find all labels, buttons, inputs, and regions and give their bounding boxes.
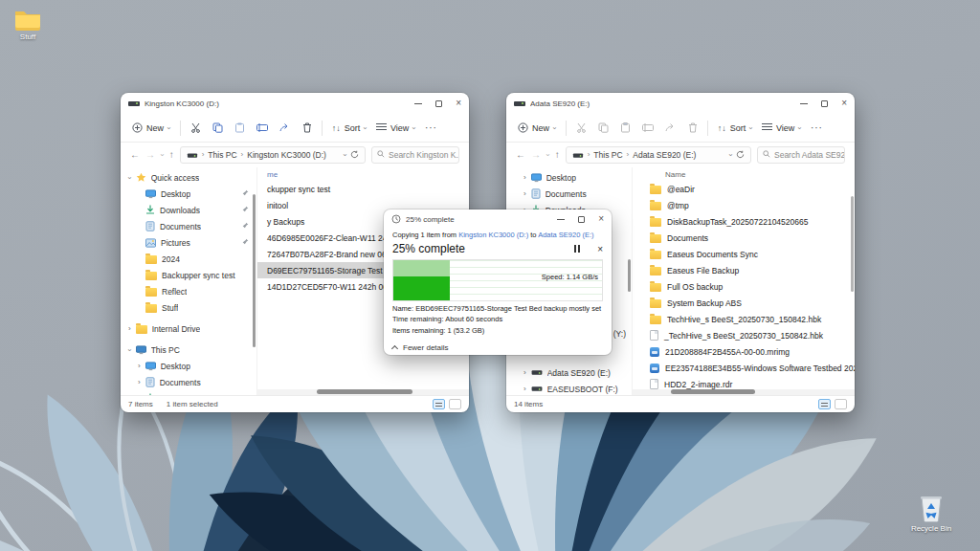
chevron-collapsed-icon[interactable]: › <box>138 379 141 386</box>
minimize-button[interactable] <box>557 219 565 220</box>
close-button[interactable]: × <box>456 99 461 107</box>
sidebar-item-documents[interactable]: Documents <box>121 218 256 234</box>
chevron-collapsed-icon[interactable]: › <box>523 386 526 393</box>
recent-locations-icon[interactable]: › <box>158 154 166 157</box>
forward-icon[interactable]: → <box>145 150 155 160</box>
chevron-collapsed-icon[interactable]: › <box>523 190 526 198</box>
file-row[interactable]: Documents <box>633 230 855 246</box>
source-drive-link[interactable]: Kingston KC3000 (D:) <box>458 231 528 239</box>
sidebar-scrollbar[interactable] <box>253 194 256 347</box>
sidebar-item-quick-access[interactable]: › Quick access <box>121 169 256 186</box>
sidebar-scrollbar[interactable] <box>628 259 631 292</box>
view-button[interactable]: View › <box>762 122 801 133</box>
details-view-toggle[interactable] <box>818 399 831 409</box>
cut-icon[interactable] <box>190 122 201 133</box>
cancel-button[interactable]: × <box>597 244 603 254</box>
large-icons-view-toggle[interactable] <box>835 399 847 409</box>
recent-locations-icon[interactable]: › <box>544 154 551 157</box>
file-row[interactable]: Easeus Documents Sync <box>633 246 855 262</box>
destination-drive-link[interactable]: Adata SE920 (E:) <box>538 231 593 239</box>
chevron-collapsed-icon[interactable]: › <box>128 325 131 333</box>
more-options-button[interactable]: ··· <box>425 122 437 133</box>
sort-button[interactable]: ↑↓ Sort › <box>332 123 367 133</box>
dialog-titlebar[interactable]: 25% complete × <box>384 209 612 229</box>
breadcrumb-drive[interactable]: Adata SE920 (E:) <box>633 150 696 160</box>
sidebar-item-adata-drive[interactable]: › Adata SE920 (E:) <box>506 364 632 381</box>
file-row[interactable]: System Backup ABS <box>633 295 855 311</box>
new-button[interactable]: New › <box>518 122 556 133</box>
more-options-button[interactable]: ··· <box>811 122 823 133</box>
sidebar-item-documents[interactable]: › Documents <box>121 374 256 390</box>
sidebar-item-desktop[interactable]: Desktop <box>121 186 256 202</box>
up-icon[interactable]: ↑ <box>555 150 560 160</box>
sidebar-item-downloads[interactable]: › Downloads <box>121 390 256 395</box>
horizontal-scrollbar-thumb[interactable] <box>317 389 412 394</box>
sidebar-item-folder[interactable]: Reflect <box>121 283 256 299</box>
sidebar-item-pictures[interactable]: Pictures <box>121 234 256 251</box>
file-row[interactable]: ckupper sync test <box>257 181 469 197</box>
file-row[interactable]: TechHive_s BeeSt_20250730_150842.hbk <box>633 311 855 327</box>
sidebar-item-folder[interactable]: Backupper sync test <box>121 267 256 283</box>
search-input[interactable]: Search Kingston K... <box>371 146 459 164</box>
refresh-icon[interactable] <box>736 150 745 161</box>
file-row[interactable]: DiskBackupTask_20250722104520665 <box>633 213 855 230</box>
address-dropdown-icon[interactable]: › <box>342 154 349 157</box>
sort-button[interactable]: ↑↓ Sort › <box>718 123 752 133</box>
desktop-icon-stuff[interactable]: Stuff <box>0 8 61 41</box>
forward-icon[interactable]: → <box>531 150 541 160</box>
new-button[interactable]: New › <box>132 122 170 133</box>
file-row[interactable]: Easeus File Backup <box>633 262 855 278</box>
breadcrumb[interactable]: › This PC › Adata SE920 (E:) › <box>566 146 751 164</box>
sidebar-item-desktop[interactable]: › Desktop <box>506 169 632 186</box>
sidebar-item-documents[interactable]: › Documents <box>506 186 632 202</box>
maximize-button[interactable] <box>435 100 442 107</box>
copy-icon[interactable] <box>212 122 223 133</box>
refresh-icon[interactable] <box>350 150 359 161</box>
rename-icon[interactable] <box>256 122 268 133</box>
breadcrumb-drive[interactable]: Kingston KC3000 (D:) <box>247 150 326 160</box>
file-row[interactable]: @eaDir <box>633 181 855 197</box>
search-input[interactable]: Search Adata SE92... <box>757 146 845 164</box>
sidebar-item-desktop[interactable]: › Desktop <box>121 358 256 374</box>
horizontal-scrollbar-thumb[interactable] <box>671 389 755 394</box>
sidebar-item-this-pc[interactable]: › This PC <box>121 342 256 358</box>
file-row[interactable]: Full OS backup <box>633 278 855 295</box>
titlebar[interactable]: Adata SE920 (E:) × <box>506 93 855 114</box>
close-button[interactable]: × <box>841 99 847 107</box>
address-dropdown-icon[interactable]: › <box>727 154 735 157</box>
paste-icon[interactable] <box>234 122 245 133</box>
file-row[interactable]: _TechHive_s BeeSt_20250730_150842.hbk <box>633 327 855 343</box>
desktop-icon-recycle-bin[interactable]: Recycle Bin <box>898 494 965 533</box>
minimize-button[interactable] <box>414 103 422 104</box>
maximize-button[interactable] <box>821 100 828 107</box>
details-view-toggle[interactable] <box>433 399 445 409</box>
close-button[interactable]: × <box>598 215 604 223</box>
back-icon[interactable]: ← <box>516 150 525 160</box>
chevron-collapsed-icon[interactable]: › <box>523 174 526 182</box>
sidebar-item-internal-drive[interactable]: › Internal Drive <box>121 320 256 337</box>
chevron-collapsed-icon[interactable]: › <box>138 395 141 396</box>
titlebar[interactable]: Kingston KC3000 (D:) × <box>121 93 469 114</box>
up-icon[interactable]: ↑ <box>169 150 174 160</box>
maximize-button[interactable] <box>578 216 585 223</box>
column-header-name[interactable]: Name <box>633 167 855 181</box>
sidebar-item-easeusboot-drive[interactable]: › EASEUSBOOT (F:) <box>506 381 632 395</box>
column-header-name-clipped[interactable]: me <box>257 167 469 181</box>
view-button[interactable]: View › <box>376 122 415 133</box>
horizontal-scrollbar[interactable] <box>633 389 855 395</box>
large-icons-view-toggle[interactable] <box>449 399 461 409</box>
copy-progress-dialog[interactable]: 25% complete × Copying 1 item from Kings… <box>384 209 612 355</box>
chevron-expanded-icon[interactable]: › <box>125 348 133 351</box>
vertical-scrollbar[interactable] <box>851 196 854 292</box>
file-row[interactable]: @tmp <box>633 197 855 213</box>
fewer-details-button[interactable]: Fewer details <box>392 343 603 352</box>
paste-icon[interactable] <box>620 122 631 133</box>
minimize-button[interactable] <box>800 103 808 104</box>
back-icon[interactable]: ← <box>130 150 140 160</box>
breadcrumb-this-pc[interactable]: This PC <box>208 150 236 160</box>
chevron-collapsed-icon[interactable]: › <box>523 369 526 377</box>
sidebar-item-folder[interactable]: Stuff <box>121 299 256 316</box>
breadcrumb[interactable]: › This PC › Kingston KC3000 (D:) › <box>180 146 366 164</box>
sidebar-item-downloads[interactable]: Downloads <box>121 202 256 218</box>
file-row[interactable]: EE23574188E34B55-Windows Software Testbe… <box>633 360 855 376</box>
